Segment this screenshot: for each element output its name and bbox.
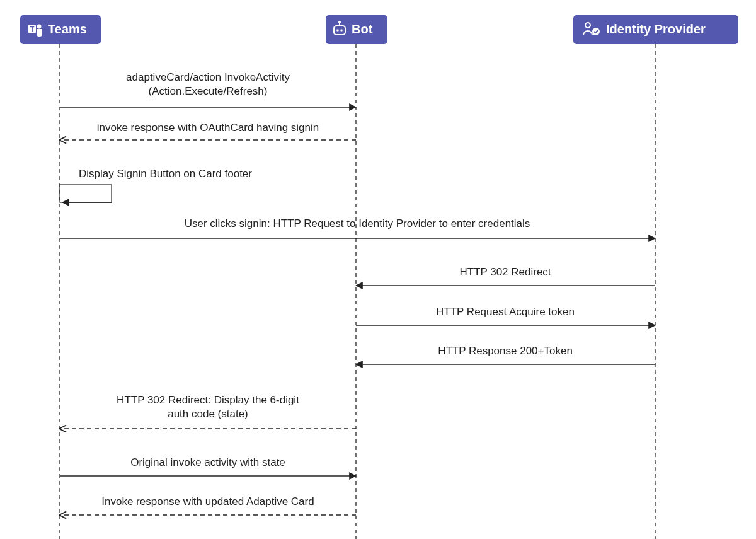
svg-text:HTTP Response 200+Token: HTTP Response 200+Token — [438, 345, 573, 357]
svg-text:Display Signin Button on Card : Display Signin Button on Card footer — [79, 168, 252, 180]
svg-text:HTTP 302 Redirect: HTTP 302 Redirect — [459, 266, 551, 278]
svg-text:T: T — [30, 25, 35, 33]
svg-text:adaptiveCard/action InvokeActi: adaptiveCard/action InvokeActivity — [126, 71, 290, 83]
svg-point-7 — [340, 29, 343, 32]
msg-invoke-activity: adaptiveCard/action InvokeActivity (Acti… — [60, 71, 356, 107]
svg-text:auth code (state): auth code (state) — [168, 408, 248, 420]
svg-point-3 — [37, 25, 42, 29]
sequence-diagram: T Teams Bot Identity Provider adaptiveCa… — [0, 0, 756, 539]
msg-original-invoke-state: Original invoke activity with state — [60, 456, 356, 476]
msg-signin-request: User clicks signin: HTTP Request to Iden… — [60, 217, 655, 238]
svg-point-9 — [338, 21, 341, 23]
msg-302-redirect: HTTP 302 Redirect — [356, 266, 655, 286]
msg-display-auth-code: HTTP 302 Redirect: Display the 6-digit a… — [60, 394, 356, 429]
msg-display-signin: Display Signin Button on Card footer — [60, 168, 252, 202]
svg-point-6 — [336, 29, 339, 32]
svg-text:HTTP 302 Redirect: Display the: HTTP 302 Redirect: Display the 6-digit — [117, 394, 299, 406]
svg-text:Invoke response with updated A: Invoke response with updated Adaptive Ca… — [101, 496, 314, 507]
svg-text:(Action.Execute/Refresh): (Action.Execute/Refresh) — [149, 85, 268, 97]
participant-bot: Bot — [326, 15, 387, 44]
svg-text:invoke response with OAuthCard: invoke response with OAuthCard having si… — [97, 122, 319, 134]
msg-updated-card: Invoke response with updated Adaptive Ca… — [60, 496, 356, 515]
participant-idp: Identity Provider — [573, 15, 738, 44]
svg-text:User clicks signin: HTTP Reque: User clicks signin: HTTP Request to Iden… — [185, 217, 530, 229]
msg-200-token: HTTP Response 200+Token — [356, 345, 655, 364]
participant-teams: T Teams — [20, 15, 101, 44]
participant-idp-label: Identity Provider — [606, 22, 706, 36]
svg-text:Original invoke activity with : Original invoke activity with state — [130, 456, 285, 468]
participant-teams-label: Teams — [48, 22, 87, 36]
svg-text:HTTP Request Acquire token: HTTP Request Acquire token — [436, 306, 575, 318]
svg-rect-19 — [60, 185, 112, 202]
msg-oauth-response: invoke response with OAuthCard having si… — [60, 122, 356, 140]
msg-acquire-token: HTTP Request Acquire token — [356, 306, 655, 325]
participant-bot-label: Bot — [352, 22, 373, 36]
